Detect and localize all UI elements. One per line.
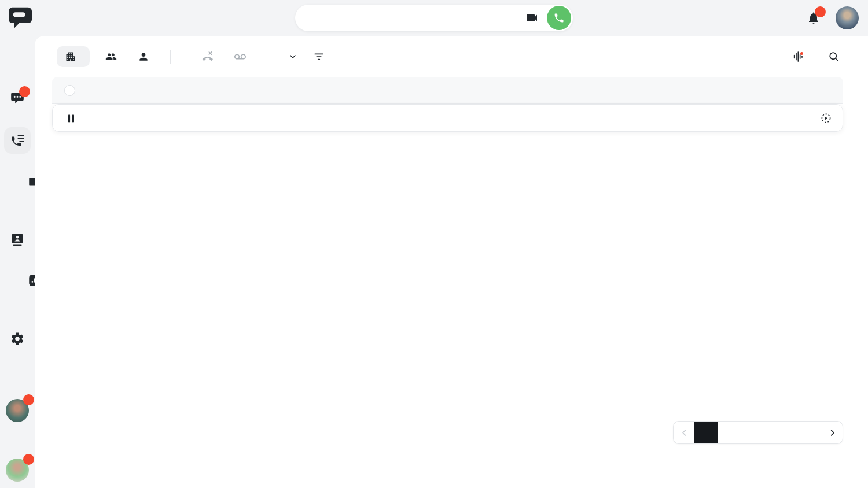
new-calls-button[interactable] bbox=[793, 51, 810, 62]
start-call-button[interactable] bbox=[547, 6, 571, 30]
page-button-1[interactable] bbox=[694, 422, 718, 443]
sidebar bbox=[0, 36, 35, 488]
app-logo[interactable] bbox=[8, 6, 37, 29]
divider bbox=[170, 50, 171, 64]
prev-page-button[interactable] bbox=[674, 422, 694, 443]
video-call-icon[interactable] bbox=[525, 11, 539, 25]
pagination bbox=[673, 421, 843, 444]
speed-icon bbox=[821, 113, 832, 124]
search-icon bbox=[828, 51, 840, 62]
sidebar-item-contacts[interactable] bbox=[10, 232, 25, 247]
page-button-9[interactable] bbox=[801, 422, 822, 443]
user-area bbox=[807, 0, 859, 36]
filter-icon bbox=[313, 51, 325, 62]
sidebar-item-chat[interactable] bbox=[10, 91, 25, 106]
chevron-left-icon bbox=[680, 428, 689, 437]
top-bar bbox=[0, 0, 868, 36]
saved-filters-dropdown[interactable] bbox=[283, 52, 297, 61]
sidebar-item-calls[interactable] bbox=[4, 127, 31, 154]
user-avatar[interactable] bbox=[836, 6, 859, 29]
tab-voicemail[interactable] bbox=[234, 51, 251, 62]
pause-button[interactable] bbox=[65, 113, 77, 124]
page-button-2[interactable] bbox=[718, 422, 738, 443]
logo-bubble-icon bbox=[8, 6, 33, 29]
scope-tab-customer-service[interactable] bbox=[105, 51, 122, 62]
contact-badge bbox=[23, 394, 34, 405]
pause-icon bbox=[65, 113, 77, 124]
building-icon bbox=[65, 51, 76, 62]
calls-table bbox=[52, 77, 843, 132]
search-button[interactable] bbox=[828, 51, 845, 62]
main-panel bbox=[35, 36, 868, 488]
gear-icon bbox=[10, 331, 25, 346]
table-header bbox=[52, 77, 843, 104]
show-filters-button[interactable] bbox=[313, 51, 330, 62]
contact-badge bbox=[23, 454, 34, 465]
chevron-right-icon bbox=[828, 428, 837, 437]
calls-icon bbox=[10, 133, 25, 148]
waveform[interactable] bbox=[93, 111, 804, 126]
call-recording-player bbox=[53, 105, 843, 131]
scope-tab-everyone[interactable] bbox=[57, 46, 90, 67]
dial-bar bbox=[295, 5, 573, 31]
person-icon bbox=[138, 51, 149, 62]
dial-input[interactable] bbox=[309, 13, 525, 24]
sidebar-contact-avatar-2[interactable] bbox=[6, 459, 29, 482]
group-icon bbox=[105, 51, 117, 62]
chat-badge bbox=[19, 86, 30, 97]
contact-card-icon bbox=[10, 232, 25, 247]
divider bbox=[267, 50, 267, 64]
tab-missed[interactable] bbox=[202, 51, 219, 62]
scope-tab-john[interactable] bbox=[138, 51, 155, 62]
sidebar-contact-avatar-1[interactable] bbox=[6, 399, 29, 422]
chevron-down-icon bbox=[288, 52, 297, 61]
waveform-icon bbox=[793, 51, 804, 62]
voicemail-icon bbox=[234, 51, 246, 62]
notifications-button[interactable] bbox=[807, 11, 821, 25]
select-all-checkbox[interactable] bbox=[64, 85, 75, 96]
notification-badge bbox=[815, 6, 826, 17]
filter-bar bbox=[57, 46, 845, 68]
page-button-3[interactable] bbox=[738, 422, 759, 443]
next-page-button[interactable] bbox=[822, 422, 843, 443]
expanded-call-group bbox=[52, 104, 843, 132]
page-button-8[interactable] bbox=[780, 422, 801, 443]
page-ellipsis bbox=[759, 422, 780, 443]
sidebar-item-settings[interactable] bbox=[10, 331, 25, 346]
phone-icon bbox=[553, 12, 565, 24]
playback-speed-button[interactable] bbox=[821, 113, 836, 124]
missed-call-icon bbox=[202, 51, 214, 62]
